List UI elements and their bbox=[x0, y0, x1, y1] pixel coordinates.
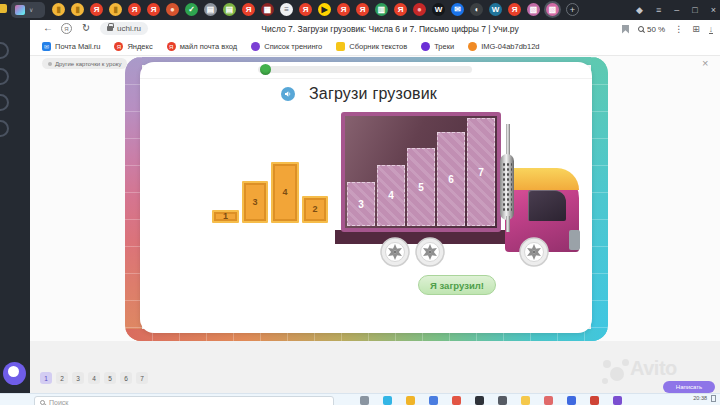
taskbar-app-icon[interactable] bbox=[452, 396, 461, 405]
progress-dot bbox=[260, 64, 271, 75]
pinned-tab-fragment[interactable] bbox=[0, 4, 7, 13]
download-icon[interactable]: ↓ bbox=[709, 25, 713, 34]
taskbar: Поиск 20:38 bbox=[0, 393, 720, 405]
tab-favicon[interactable]: Я bbox=[508, 3, 521, 16]
pagination-item[interactable]: 3 bbox=[72, 372, 84, 384]
bookmark-item[interactable]: Я Яндекс bbox=[114, 42, 152, 51]
clock[interactable]: 20:38 bbox=[693, 396, 707, 402]
taskbar-app-icon[interactable] bbox=[383, 396, 392, 405]
tab-favicon[interactable]: ● bbox=[413, 3, 426, 16]
cargo-block[interactable]: 5 bbox=[407, 148, 435, 226]
cab-step bbox=[569, 230, 580, 250]
bookmark-item[interactable]: IMG-04ab7db12d bbox=[468, 42, 539, 51]
browser-logo-icon[interactable] bbox=[3, 362, 26, 385]
bookmark-item[interactable]: ✉ Почта Mail.ru bbox=[42, 42, 100, 51]
taskbar-app-icon[interactable] bbox=[567, 396, 576, 405]
tab-favicon[interactable]: Я bbox=[128, 3, 141, 16]
window-control-icon[interactable]: – bbox=[674, 6, 679, 15]
window-control-icon[interactable]: ≡ bbox=[656, 6, 661, 15]
current-tab[interactable]: ∨ bbox=[11, 2, 45, 18]
profile-icon[interactable]: Я bbox=[61, 23, 72, 34]
taskbar-app-icon[interactable] bbox=[498, 396, 507, 405]
pagination-item[interactable]: 7 bbox=[136, 372, 148, 384]
taskbar-app-icon[interactable] bbox=[521, 396, 530, 405]
pagination-item[interactable]: 2 bbox=[56, 372, 68, 384]
tab-favicon[interactable]: ▮ bbox=[52, 3, 65, 16]
bookmark-favicon bbox=[421, 42, 430, 51]
bookmark-item[interactable]: Треки bbox=[421, 42, 454, 51]
zoom-control[interactable]: 50 % bbox=[638, 25, 665, 34]
taskbar-app-icon[interactable] bbox=[613, 396, 622, 405]
new-tab-button[interactable]: + bbox=[566, 3, 579, 16]
podium-block[interactable]: 2 bbox=[302, 196, 328, 223]
mosaic-right-strip bbox=[591, 57, 608, 341]
taskbar-app-icon[interactable] bbox=[406, 396, 415, 405]
screen: ∨ ▮▮Я▮ЯЯ●✓▤▤Я▦≡Я▶ЯЯ▥Я●W✉◖WЯ▧▧ + ◆≡–□× ← … bbox=[0, 0, 720, 405]
tab-favicon[interactable]: Я bbox=[242, 3, 255, 16]
tab-favicon[interactable]: ▦ bbox=[261, 3, 274, 16]
tab-favicon[interactable]: ✓ bbox=[185, 3, 198, 16]
zoom-level: 50 % bbox=[647, 25, 665, 34]
sidebar-app-icon[interactable] bbox=[0, 120, 9, 137]
close-icon[interactable]: × bbox=[702, 58, 708, 69]
cargo-block[interactable]: 4 bbox=[377, 165, 405, 226]
notification-icon[interactable] bbox=[711, 395, 716, 402]
cargo-block[interactable]: 7 bbox=[467, 118, 495, 226]
cargo-block[interactable]: 3 bbox=[347, 182, 375, 226]
pagination-item[interactable]: 5 bbox=[104, 372, 116, 384]
overflow-menu-icon[interactable]: ⋮ bbox=[674, 25, 683, 34]
pagination-item[interactable]: 4 bbox=[88, 372, 100, 384]
tab-favicon[interactable]: Я bbox=[90, 3, 103, 16]
bookmark-item[interactable]: Я майл почта вход bbox=[167, 42, 238, 51]
tab-favicon[interactable]: ▤ bbox=[223, 3, 236, 16]
tab-favicon[interactable]: Я bbox=[299, 3, 312, 16]
bookmark-item[interactable]: Сборник текстов bbox=[336, 42, 407, 51]
tab-favicon[interactable]: Я bbox=[356, 3, 369, 16]
tab-favicon[interactable]: ▶ bbox=[318, 3, 331, 16]
game-title: Загрузи грузовик bbox=[140, 85, 592, 103]
pagination-item[interactable]: 6 bbox=[120, 372, 132, 384]
podium-block[interactable]: 4 bbox=[271, 162, 299, 223]
podium-block[interactable]: 1 bbox=[212, 210, 239, 223]
tab-favicon[interactable]: ✉ bbox=[451, 3, 464, 16]
tab-favicon[interactable]: ▤ bbox=[204, 3, 217, 16]
tab-favicon[interactable]: ◖ bbox=[470, 3, 483, 16]
refresh-icon[interactable]: ↻ bbox=[82, 23, 90, 33]
taskbar-app-icon[interactable] bbox=[544, 396, 553, 405]
other-cards-button[interactable]: Другие карточки к уроку bbox=[42, 58, 127, 69]
avito-write-button[interactable]: Написать bbox=[663, 381, 715, 393]
tab-favicon[interactable]: ≡ bbox=[280, 3, 293, 16]
taskbar-app-icon[interactable] bbox=[360, 396, 369, 405]
tab-favicon[interactable]: ▧ bbox=[527, 3, 540, 16]
sidebar-app-icon[interactable] bbox=[0, 42, 9, 59]
sidebar-app-icon[interactable] bbox=[0, 68, 9, 85]
tab-favicon[interactable]: ▮ bbox=[109, 3, 122, 16]
taskbar-app-icon[interactable] bbox=[429, 396, 438, 405]
tab-favicon[interactable]: W bbox=[432, 3, 445, 16]
address-bar[interactable]: uchi.ru bbox=[100, 22, 148, 35]
tab-favicon[interactable]: ▮ bbox=[71, 3, 84, 16]
taskbar-app-icon[interactable] bbox=[590, 396, 599, 405]
bookmark-favicon bbox=[336, 42, 345, 51]
back-icon[interactable]: ← bbox=[43, 23, 53, 33]
loaded-button[interactable]: Я загрузил! bbox=[418, 275, 496, 295]
tab-favicon[interactable]: Я bbox=[147, 3, 160, 16]
pagination-item[interactable]: 1 bbox=[40, 372, 52, 384]
tab-favicon[interactable]: W bbox=[489, 3, 502, 16]
tab-favicon[interactable]: ▥ bbox=[375, 3, 388, 16]
cargo-block[interactable]: 6 bbox=[437, 132, 465, 226]
extension-icon[interactable]: ⊞ bbox=[692, 25, 700, 34]
search-input[interactable]: Поиск bbox=[34, 396, 334, 405]
bookmark-item[interactable]: Список тренинго bbox=[251, 42, 322, 51]
tab-favicon[interactable]: ▧ bbox=[546, 3, 559, 16]
podium-block[interactable]: 3 bbox=[242, 181, 268, 223]
tab-favicon[interactable]: ● bbox=[166, 3, 179, 16]
tab-favicon[interactable]: Я bbox=[337, 3, 350, 16]
window-control-icon[interactable]: × bbox=[711, 6, 716, 15]
window-control-icon[interactable]: ◆ bbox=[636, 6, 643, 15]
tab-favicon[interactable]: Я bbox=[394, 3, 407, 16]
taskbar-app-icon[interactable] bbox=[475, 396, 484, 405]
sidebar-app-icon[interactable] bbox=[0, 94, 9, 111]
bookmark-icon[interactable] bbox=[622, 25, 629, 34]
window-control-icon[interactable]: □ bbox=[692, 6, 697, 15]
